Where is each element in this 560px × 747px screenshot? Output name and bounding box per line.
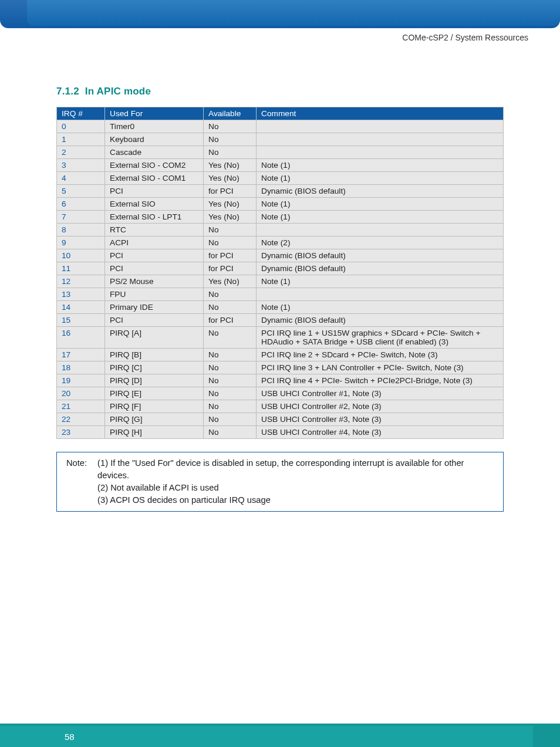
cell-irq: 7 xyxy=(57,211,105,224)
cell-used-for: External SIO xyxy=(105,198,204,211)
cell-used-for: Keyboard xyxy=(105,133,204,146)
table-row: 23PIRQ [H]NoUSB UHCI Controller #4, Note… xyxy=(57,426,504,439)
col-header-available: Available xyxy=(204,107,257,120)
cell-available: for PCI xyxy=(204,262,257,275)
footer-bar-inner: 58 xyxy=(0,726,533,747)
cell-irq: 20 xyxy=(57,387,105,400)
cell-irq: 14 xyxy=(57,301,105,314)
cell-available: No xyxy=(204,224,257,236)
cell-available: No xyxy=(204,327,257,349)
cell-irq: 15 xyxy=(57,314,105,327)
section-number: 7.1.2 xyxy=(56,86,79,97)
table-row: 6External SIOYes (No)Note (1) xyxy=(57,198,504,211)
cell-irq: 11 xyxy=(57,262,105,275)
breadcrumb: COMe-cSP2 / System Ressources xyxy=(402,33,528,42)
cell-comment: PCI IRQ line 1 + US15W graphics + SDcard… xyxy=(257,327,504,349)
cell-used-for: Timer0 xyxy=(105,120,204,133)
cell-irq: 19 xyxy=(57,374,105,387)
cell-available: for PCI xyxy=(204,249,257,262)
section-heading: 7.1.2In APIC mode xyxy=(56,86,504,97)
table-row: 3External SIO - COM2Yes (No)Note (1) xyxy=(57,159,504,172)
cell-used-for: FPU xyxy=(105,288,204,301)
cell-used-for: External SIO - LPT1 xyxy=(105,211,204,224)
cell-available: No xyxy=(204,120,257,133)
header-bar xyxy=(0,0,560,28)
cell-available: for PCI xyxy=(204,314,257,327)
cell-irq: 22 xyxy=(57,413,105,426)
cell-used-for: External SIO - COM2 xyxy=(105,159,204,172)
cell-available: No xyxy=(204,400,257,413)
table-row: 13FPUNo xyxy=(57,288,504,301)
cell-used-for: PIRQ [H] xyxy=(105,426,204,439)
cell-comment: Dynamic (BIOS default) xyxy=(257,249,504,262)
table-row: 18PIRQ [C]NoPCI IRQ line 3 + LAN Control… xyxy=(57,361,504,374)
cell-comment: PCI IRQ line 4 + PCIe- Switch + PCIe2PCI… xyxy=(257,374,504,387)
col-header-used-for: Used For xyxy=(105,107,204,120)
cell-comment: Note (2) xyxy=(257,236,504,249)
cell-available: No xyxy=(204,288,257,301)
cell-used-for: RTC xyxy=(105,224,204,236)
cell-comment: Note (1) xyxy=(257,172,504,185)
cell-comment: PCI IRQ line 3 + LAN Controller + PCIe- … xyxy=(257,361,504,374)
table-row: 1KeyboardNo xyxy=(57,133,504,146)
cell-available: No xyxy=(204,133,257,146)
cell-available: Yes (No) xyxy=(204,211,257,224)
table-row: 17PIRQ [B]NoPCI IRQ line 2 + SDcard + PC… xyxy=(57,349,504,361)
table-row: 4External SIO - COM1Yes (No)Note (1) xyxy=(57,172,504,185)
cell-available: No xyxy=(204,146,257,159)
note-line-3: (3) ACPI OS decides on particular IRQ us… xyxy=(97,494,494,506)
cell-available: No xyxy=(204,301,257,314)
note-body: (1) If the "Used For" device is disabled… xyxy=(97,457,494,506)
table-row: 10PCIfor PCIDynamic (BIOS default) xyxy=(57,249,504,262)
cell-used-for: PIRQ [E] xyxy=(105,387,204,400)
table-row: 12PS/2 MouseYes (No)Note (1) xyxy=(57,275,504,288)
cell-comment xyxy=(257,288,504,301)
cell-used-for: Primary IDE xyxy=(105,301,204,314)
col-header-comment: Comment xyxy=(257,107,504,120)
table-header-row: IRQ # Used For Available Comment xyxy=(57,107,504,120)
section-title: In APIC mode xyxy=(85,86,151,97)
table-row: 16PIRQ [A]NoPCI IRQ line 1 + US15W graph… xyxy=(57,327,504,349)
cell-comment xyxy=(257,133,504,146)
header-bar-inner xyxy=(27,0,560,26)
page-number: 58 xyxy=(65,732,75,742)
cell-comment: Dynamic (BIOS default) xyxy=(257,185,504,198)
footer-bar: 58 xyxy=(0,724,560,747)
cell-irq: 4 xyxy=(57,172,105,185)
cell-irq: 5 xyxy=(57,185,105,198)
cell-available: No xyxy=(204,361,257,374)
table-row: 0Timer0No xyxy=(57,120,504,133)
cell-comment xyxy=(257,224,504,236)
table-row: 8RTCNo xyxy=(57,224,504,236)
cell-available: Yes (No) xyxy=(204,198,257,211)
cell-irq: 9 xyxy=(57,236,105,249)
cell-used-for: External SIO - COM1 xyxy=(105,172,204,185)
table-row: 21PIRQ [F]NoUSB UHCI Controller #2, Note… xyxy=(57,400,504,413)
cell-irq: 16 xyxy=(57,327,105,349)
cell-available: for PCI xyxy=(204,185,257,198)
cell-used-for: PIRQ [C] xyxy=(105,361,204,374)
cell-used-for: PIRQ [A] xyxy=(105,327,204,349)
cell-irq: 6 xyxy=(57,198,105,211)
cell-irq: 10 xyxy=(57,249,105,262)
table-row: 14Primary IDENoNote (1) xyxy=(57,301,504,314)
cell-comment xyxy=(257,120,504,133)
cell-irq: 17 xyxy=(57,349,105,361)
cell-irq: 21 xyxy=(57,400,105,413)
cell-used-for: Cascade xyxy=(105,146,204,159)
cell-used-for: PCI xyxy=(105,249,204,262)
note-line-2: (2) Not available if ACPI is used xyxy=(97,482,494,494)
cell-irq: 18 xyxy=(57,361,105,374)
cell-irq: 8 xyxy=(57,224,105,236)
col-header-irq: IRQ # xyxy=(57,107,105,120)
cell-comment: Note (1) xyxy=(257,301,504,314)
cell-comment: Note (1) xyxy=(257,159,504,172)
cell-irq: 2 xyxy=(57,146,105,159)
cell-irq: 0 xyxy=(57,120,105,133)
table-row: 20PIRQ [E]NoUSB UHCI Controller #1, Note… xyxy=(57,387,504,400)
cell-irq: 23 xyxy=(57,426,105,439)
cell-used-for: PIRQ [D] xyxy=(105,374,204,387)
cell-comment: USB UHCI Controller #1, Note (3) xyxy=(257,387,504,400)
table-row: 15PCIfor PCIDynamic (BIOS default) xyxy=(57,314,504,327)
cell-comment: Dynamic (BIOS default) xyxy=(257,314,504,327)
